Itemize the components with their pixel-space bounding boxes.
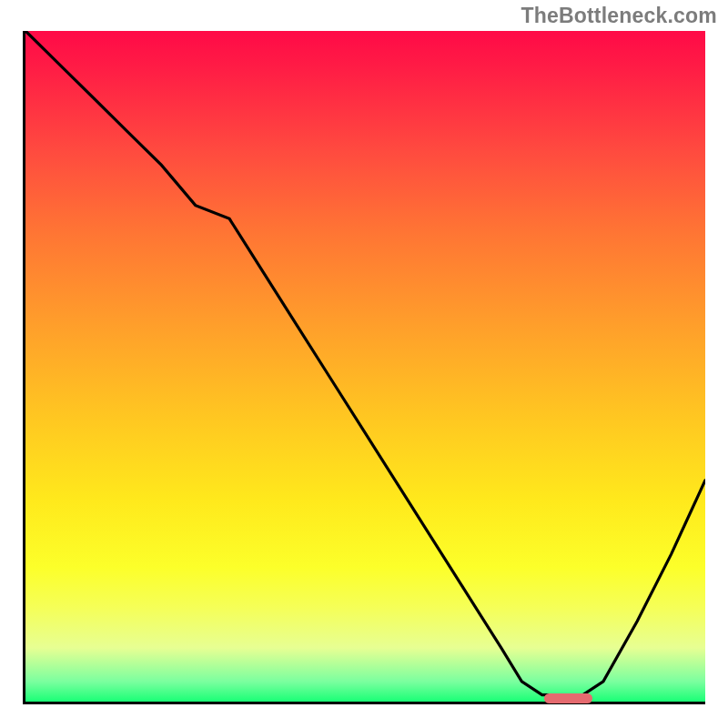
optimal-marker (544, 693, 592, 703)
watermark-text: TheBottleneck.com (521, 4, 717, 28)
bottleneck-curve (25, 31, 705, 702)
plot-area (23, 31, 705, 704)
